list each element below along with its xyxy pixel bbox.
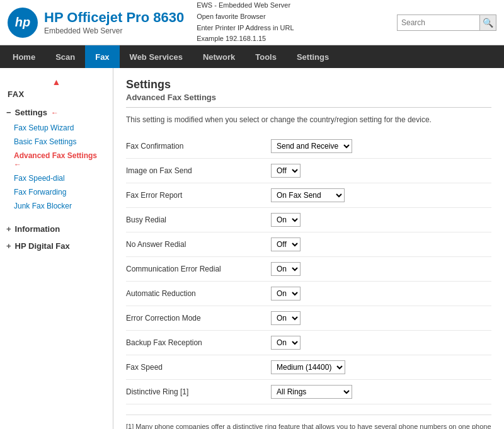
sidebar-item-basic-fax-settings[interactable]: Basic Fax Settings — [0, 135, 113, 149]
footnote: [1] Many phone companies offer a distinc… — [126, 415, 491, 429]
sidebar-item-junk-fax-blocker[interactable]: Junk Fax Blocker — [0, 199, 113, 213]
page-subtitle: Advanced Fax Settings — [126, 93, 491, 108]
select-fax-confirmation[interactable]: Send and ReceiveOffOn Fax SendOn Fax Rec… — [271, 139, 352, 153]
setting-label: Busy Redial — [126, 208, 265, 232]
settings-row: Fax SpeedMedium (14400)Fast (33600)Slow … — [126, 355, 491, 380]
sidebar-item-fax-setup-wizard[interactable]: Fax Setup Wizard — [0, 121, 113, 135]
settings-row: Image on Fax SendOffOn — [126, 159, 491, 183]
nav-bar: Home Scan Fax Web Services Network Tools… — [0, 45, 504, 68]
info-line4: Example 192.168.1.15 — [197, 33, 397, 45]
select-automatic-reduction[interactable]: OnOff — [271, 287, 301, 300]
sidebar-item-fax-forwarding[interactable]: Fax Forwarding — [0, 185, 113, 199]
nav-settings[interactable]: Settings — [287, 45, 339, 68]
info-line3: Enter Printer IP Address in URL — [197, 23, 397, 34]
settings-row: Busy RedialOnOff — [126, 208, 491, 232]
settings-row: Backup Fax ReceptionOnOff — [126, 331, 491, 355]
printer-title: HP Officejet Pro 8630 — [44, 9, 184, 26]
setting-control: OnOff — [265, 282, 491, 306]
setting-control: OnOff — [265, 306, 491, 331]
select-backup-fax-reception[interactable]: OnOff — [271, 336, 301, 350]
page-title: Settings — [126, 78, 491, 91]
setting-label: Distinctive Ring [1] — [126, 380, 265, 404]
settings-collapse-icon: − — [6, 108, 11, 117]
hp-logo: hp — [8, 8, 38, 38]
setting-control: OffOn — [265, 159, 491, 183]
nav-fax[interactable]: Fax — [85, 45, 119, 68]
nav-network[interactable]: Network — [193, 45, 245, 68]
setting-control: OnOff — [265, 257, 491, 282]
info-line1: EWS - Embedded Web Server — [197, 0, 397, 11]
settings-row: Automatic ReductionOnOff — [126, 282, 491, 306]
setting-label: Error Correction Mode — [126, 306, 265, 331]
settings-table: Fax ConfirmationSend and ReceiveOffOn Fa… — [126, 134, 491, 404]
sidebar: ▲ FAX − Settings ← Fax Setup Wizard Basi… — [0, 68, 113, 429]
settings-row: Fax Error ReportOn Fax SendOffOn Fax Rec… — [126, 183, 491, 208]
intro-text: This setting is modified when you select… — [126, 115, 491, 124]
setting-control: On Fax SendOffOn Fax ReceiveOn Both — [265, 183, 491, 208]
sidebar-information-header[interactable]: + Information — [0, 220, 113, 237]
select-distinctive-ring-1[interactable]: All RingsSingleDoubleTripleSingle and Do… — [271, 385, 352, 399]
setting-label: Automatic Reduction — [126, 282, 265, 306]
content-area: Settings Advanced Fax Settings This sett… — [113, 68, 504, 429]
sidebar-digital-fax-label: HP Digital Fax — [15, 241, 70, 251]
setting-label: Image on Fax Send — [126, 159, 265, 183]
setting-control: All RingsSingleDoubleTripleSingle and Do… — [265, 380, 491, 404]
setting-label: No Answer Redial — [126, 232, 265, 257]
header-info: EWS - Embedded Web Server Open favorite … — [184, 0, 397, 44]
setting-control: Send and ReceiveOffOn Fax SendOn Fax Rec… — [265, 134, 491, 159]
search-area: 🔍 — [397, 14, 496, 31]
nav-home[interactable]: Home — [3, 45, 45, 68]
main-layout: ▲ FAX − Settings ← Fax Setup Wizard Basi… — [0, 68, 504, 429]
setting-label: Fax Speed — [126, 355, 265, 380]
fax-arrow-indicator: ▲ — [0, 77, 113, 87]
setting-label: Communication Error Redial — [126, 257, 265, 282]
digital-fax-expand-icon: + — [6, 241, 11, 251]
printer-subtitle: Embedded Web Server — [44, 26, 184, 35]
sidebar-fax-title: FAX — [0, 87, 113, 104]
setting-control: Medium (14400)Fast (33600)Slow (9600) — [265, 355, 491, 380]
printer-name: HP Officejet Pro 8630 Embedded Web Serve… — [44, 9, 184, 35]
settings-row: Communication Error RedialOnOff — [126, 257, 491, 282]
settings-row: No Answer RedialOffOn — [126, 232, 491, 257]
settings-row: Distinctive Ring [1]All RingsSingleDoubl… — [126, 380, 491, 404]
setting-control: OnOff — [265, 208, 491, 232]
setting-label: Fax Error Report — [126, 183, 265, 208]
search-input[interactable] — [398, 15, 479, 30]
sidebar-settings-header[interactable]: − Settings ← — [0, 104, 113, 121]
sidebar-settings-label: Settings — [15, 108, 47, 117]
settings-arrow-icon: ← — [51, 108, 59, 117]
search-button[interactable]: 🔍 — [479, 15, 496, 30]
select-image-on-fax-send[interactable]: OffOn — [271, 164, 301, 178]
setting-label: Backup Fax Reception — [126, 331, 265, 355]
select-error-correction-mode[interactable]: OnOff — [271, 311, 301, 325]
select-communication-error-redial[interactable]: OnOff — [271, 262, 301, 276]
content-inner: Settings Advanced Fax Settings This sett… — [113, 68, 504, 429]
sidebar-information-label: Information — [15, 224, 60, 234]
select-fax-speed[interactable]: Medium (14400)Fast (33600)Slow (9600) — [271, 360, 345, 374]
info-line2: Open favorite Browser — [197, 11, 397, 23]
sidebar-item-fax-speed-dial[interactable]: Fax Speed-dial — [0, 171, 113, 185]
sidebar-digital-fax-header[interactable]: + HP Digital Fax — [0, 237, 113, 255]
nav-scan[interactable]: Scan — [45, 45, 85, 68]
setting-control: OffOn — [265, 232, 491, 257]
settings-row: Fax ConfirmationSend and ReceiveOffOn Fa… — [126, 134, 491, 159]
settings-row: Error Correction ModeOnOff — [126, 306, 491, 331]
header: hp HP Officejet Pro 8630 Embedded Web Se… — [0, 0, 504, 45]
setting-control: OnOff — [265, 331, 491, 355]
nav-web-services[interactable]: Web Services — [120, 45, 193, 68]
advanced-fax-arrow: ← — [14, 160, 21, 169]
information-expand-icon: + — [6, 224, 11, 234]
sidebar-item-advanced-fax-settings[interactable]: Advanced Fax Settings ← — [0, 149, 113, 171]
select-no-answer-redial[interactable]: OffOn — [271, 237, 301, 251]
logo-area: hp HP Officejet Pro 8630 Embedded Web Se… — [8, 8, 184, 38]
nav-tools[interactable]: Tools — [245, 45, 287, 68]
setting-label: Fax Confirmation — [126, 134, 265, 159]
select-fax-error-report[interactable]: On Fax SendOffOn Fax ReceiveOn Both — [271, 188, 345, 202]
select-busy-redial[interactable]: OnOff — [271, 213, 301, 227]
